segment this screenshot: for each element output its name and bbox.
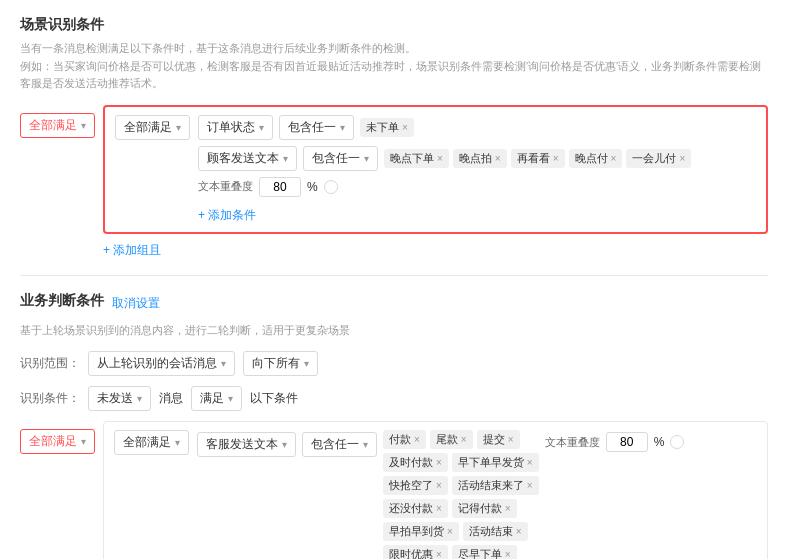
biz-radio-button[interactable] bbox=[670, 435, 684, 449]
scene-all-satisfy-outer[interactable]: 全部满足 ▾ bbox=[20, 113, 95, 138]
biz-text-repeat-input[interactable] bbox=[606, 432, 648, 452]
chevron-satisfy-icon: ▾ bbox=[228, 393, 233, 404]
tag-close-icon[interactable]: × bbox=[527, 457, 533, 468]
biz-tags-row6: 限时优惠 × 尽早下单 × bbox=[383, 545, 517, 559]
scene-outer-area: 全部满足 ▾ 全部满足 ▾ bbox=[20, 105, 768, 259]
not-sent-select[interactable]: 未发送 ▾ bbox=[88, 386, 151, 411]
scene-row1-field[interactable]: 订单状态 ▾ bbox=[198, 115, 273, 140]
business-header: 业务判断条件 取消设置 bbox=[20, 292, 768, 316]
scene-text-repeat: 文本重叠度 % bbox=[198, 177, 338, 197]
tag-jsfk: 及时付款 × bbox=[383, 453, 448, 472]
tag-close-icon[interactable]: × bbox=[402, 122, 408, 133]
scene-row-2: 顾客发送文本 ▾ 包含任一 ▾ 晚点下单 bbox=[198, 146, 756, 197]
biz-text-repeat: 文本重叠度 % bbox=[545, 432, 685, 452]
scene-condition-block: 全部满足 ▾ 订单状态 ▾ 包含任一 bbox=[103, 105, 768, 234]
scene-row1-tags: 未下单 × bbox=[360, 118, 414, 137]
tag-close-icon[interactable]: × bbox=[436, 503, 442, 514]
tag-close-icon[interactable]: × bbox=[505, 549, 511, 559]
chevron-outer-b-icon: ▾ bbox=[81, 436, 86, 447]
scene-desc: 当有一条消息检测满足以下条件时，基于这条消息进行后续业务判断条件的检测。 例如：… bbox=[20, 40, 768, 93]
scene-add-condition-btn[interactable]: + 添加条件 bbox=[198, 207, 256, 224]
biz-tags-row2: 及时付款 × 早下单早发货 × bbox=[383, 453, 539, 472]
message-label: 消息 bbox=[159, 390, 183, 407]
tag-close-icon[interactable]: × bbox=[508, 434, 514, 445]
chevron-icon-r2i: ▾ bbox=[364, 153, 369, 164]
business-all-satisfy-outer[interactable]: 全部满足 ▾ bbox=[20, 429, 95, 454]
tag-close-icon[interactable]: × bbox=[611, 153, 617, 164]
chevron-down-icon2: ▾ bbox=[176, 122, 181, 133]
chevron-icon-r1i: ▾ bbox=[340, 122, 345, 133]
business-inner-row: 全部满足 ▾ 客服发送文本 ▾ 包含任一 ▾ bbox=[114, 430, 757, 559]
business-outer-left: 全部满足 ▾ bbox=[20, 421, 95, 454]
identify-condition-label: 识别条件： bbox=[20, 390, 80, 407]
chevron-range2-icon: ▾ bbox=[304, 358, 309, 369]
business-all-satisfy-inner[interactable]: 全部满足 ▾ bbox=[114, 430, 189, 455]
scene-title: 场景识别条件 bbox=[20, 16, 768, 34]
biz-tags-row4: 还没付款 × 记得付款 × bbox=[383, 499, 517, 518]
tag-hdjs: 活动结束来了 × bbox=[452, 476, 539, 495]
scene-inner-all-satisfy-row: 全部满足 ▾ 订单状态 ▾ 包含任一 bbox=[115, 115, 756, 224]
biz-tags-row3: 快抢空了 × 活动结束来了 × bbox=[383, 476, 539, 495]
scene-row2-field[interactable]: 顾客发送文本 ▾ bbox=[198, 146, 297, 171]
satisfy-select[interactable]: 满足 ▾ bbox=[191, 386, 242, 411]
scene-row-1: 订单状态 ▾ 包含任一 ▾ 未下单 × bbox=[198, 115, 756, 140]
tag-close-icon[interactable]: × bbox=[527, 480, 533, 491]
tag-close-icon[interactable]: × bbox=[516, 526, 522, 537]
chevron-inner-b-icon: ▾ bbox=[175, 437, 180, 448]
tag-wdxd: 晚点下单 × bbox=[384, 149, 449, 168]
tag-jzzxd: 尽早下单 × bbox=[452, 545, 517, 559]
tag-close-icon[interactable]: × bbox=[414, 434, 420, 445]
tag-weikuan: 尾款 × bbox=[430, 430, 473, 449]
text-repeat-input[interactable] bbox=[259, 177, 301, 197]
tag-close-icon[interactable]: × bbox=[436, 549, 442, 559]
tag-xsyh: 限时优惠 × bbox=[383, 545, 448, 559]
tag-close-icon[interactable]: × bbox=[495, 153, 501, 164]
tag-close-icon[interactable]: × bbox=[437, 153, 443, 164]
chevron-icon-r2f: ▾ bbox=[283, 153, 288, 164]
tag-close-icon[interactable]: × bbox=[436, 457, 442, 468]
identify-range-select[interactable]: 从上轮识别的会话消息 ▾ bbox=[88, 351, 235, 376]
biz-tags-row1: 付款 × 尾款 × 提交 × bbox=[383, 430, 520, 449]
tag-wdf: 晚点付 × bbox=[569, 149, 623, 168]
tag-close-icon[interactable]: × bbox=[447, 526, 453, 537]
tag-close-icon[interactable]: × bbox=[461, 434, 467, 445]
business-title: 业务判断条件 bbox=[20, 292, 104, 310]
below-label: 以下条件 bbox=[250, 390, 298, 407]
scene-row2-tags: 晚点下单 × 晚点拍 × 再看看 × bbox=[384, 149, 691, 168]
business-row-1: 客服发送文本 ▾ 包含任一 ▾ 付款 bbox=[197, 430, 757, 559]
biz-row1-field[interactable]: 客服发送文本 ▾ bbox=[197, 432, 296, 457]
scene-all-satisfy-inner[interactable]: 全部满足 ▾ bbox=[115, 115, 190, 140]
business-rows: 客服发送文本 ▾ 包含任一 ▾ 付款 bbox=[197, 430, 757, 559]
identify-range-label: 识别范围： bbox=[20, 355, 80, 372]
biz-tags-row5: 早拍早到货 × 活动结束 × bbox=[383, 522, 528, 541]
business-outer-area: 全部满足 ▾ 全部满足 ▾ 客服发送文本 ▾ bbox=[20, 421, 768, 559]
radio-button[interactable] bbox=[324, 180, 338, 194]
business-desc: 基于上轮场景识别到的消息内容，进行二轮判断，适用于更复杂场景 bbox=[20, 322, 768, 340]
chevron-icon-r1f: ▾ bbox=[259, 122, 264, 133]
tag-close-icon[interactable]: × bbox=[436, 480, 442, 491]
chevron-notsent-icon: ▾ bbox=[137, 393, 142, 404]
scene-add-group-btn[interactable]: + 添加组且 bbox=[103, 242, 161, 259]
scene-row2-include[interactable]: 包含任一 ▾ bbox=[303, 146, 378, 171]
tag-yhef: 一会儿付 × bbox=[626, 149, 691, 168]
tag-close-icon[interactable]: × bbox=[553, 153, 559, 164]
chevron-range-icon: ▾ bbox=[221, 358, 226, 369]
tag-wdp: 晚点拍 × bbox=[453, 149, 507, 168]
biz-row1-include[interactable]: 包含任一 ▾ bbox=[302, 432, 377, 457]
scene-row1-include[interactable]: 包含任一 ▾ bbox=[279, 115, 354, 140]
cancel-link[interactable]: 取消设置 bbox=[112, 295, 160, 312]
tag-weixiadan: 未下单 × bbox=[360, 118, 414, 137]
tag-zdz: 早下单早发货 × bbox=[452, 453, 539, 472]
tag-tijiao: 提交 × bbox=[477, 430, 520, 449]
identify-range-select2[interactable]: 向下所有 ▾ bbox=[243, 351, 318, 376]
biz-percent-label: % bbox=[654, 435, 665, 449]
tag-close-icon[interactable]: × bbox=[505, 503, 511, 514]
business-inner-container: 全部满足 ▾ 客服发送文本 ▾ 包含任一 ▾ bbox=[103, 421, 768, 559]
chevron-down-icon: ▾ bbox=[81, 120, 86, 131]
tag-close-icon[interactable]: × bbox=[679, 153, 685, 164]
scene-condition-block-inner: 全部满足 ▾ 订单状态 ▾ 包含任一 bbox=[115, 115, 756, 224]
text-repeat-label: 文本重叠度 bbox=[198, 179, 253, 194]
chevron-b1i-icon: ▾ bbox=[363, 439, 368, 450]
section-divider bbox=[20, 275, 768, 276]
business-section: 业务判断条件 取消设置 基于上轮场景识别到的消息内容，进行二轮判断，适用于更复杂… bbox=[20, 292, 768, 559]
